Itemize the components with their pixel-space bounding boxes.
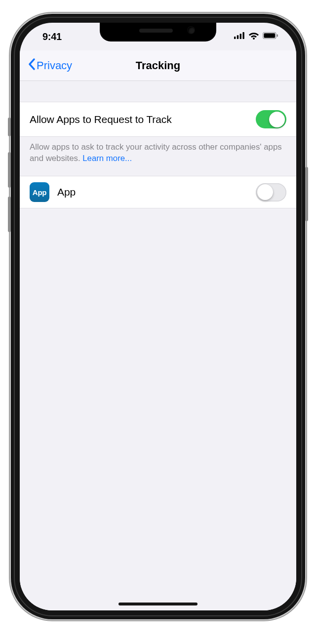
app-name-label: App bbox=[57, 186, 76, 198]
battery-icon bbox=[263, 32, 278, 41]
side-button bbox=[305, 167, 308, 221]
app-tracking-toggle[interactable] bbox=[256, 183, 286, 201]
mute-switch bbox=[8, 118, 11, 136]
notch bbox=[100, 23, 216, 41]
svg-rect-2 bbox=[240, 34, 241, 39]
allow-tracking-footer: Allow apps to ask to track your activity… bbox=[20, 137, 296, 164]
home-indicator[interactable] bbox=[118, 603, 198, 605]
page-title: Tracking bbox=[136, 59, 180, 72]
svg-rect-3 bbox=[242, 32, 244, 39]
screen: 9:41 Privacy Tracking bbox=[20, 23, 296, 610]
back-label: Privacy bbox=[37, 59, 72, 72]
content-area: Allow Apps to Request to Track Allow app… bbox=[20, 81, 296, 610]
cellular-icon bbox=[234, 32, 245, 41]
svg-rect-1 bbox=[237, 35, 238, 39]
allow-tracking-row: Allow Apps to Request to Track bbox=[20, 102, 296, 137]
chevron-left-icon bbox=[28, 58, 36, 73]
allow-tracking-label: Allow Apps to Request to Track bbox=[30, 114, 172, 125]
status-time: 9:41 bbox=[36, 31, 62, 42]
allow-tracking-toggle[interactable] bbox=[256, 110, 286, 128]
volume-up-button bbox=[8, 152, 11, 188]
app-row: App App bbox=[20, 176, 296, 208]
back-button[interactable]: Privacy bbox=[24, 54, 76, 77]
navigation-bar: Privacy Tracking bbox=[20, 50, 296, 81]
volume-down-button bbox=[8, 197, 11, 232]
wifi-icon bbox=[248, 32, 259, 41]
svg-rect-6 bbox=[264, 33, 275, 38]
svg-rect-0 bbox=[234, 37, 236, 39]
svg-point-4 bbox=[253, 38, 255, 40]
learn-more-link[interactable]: Learn more... bbox=[82, 154, 132, 163]
app-icon: App bbox=[30, 182, 49, 202]
svg-rect-7 bbox=[277, 34, 278, 37]
phone-frame: 9:41 Privacy Tracking bbox=[11, 14, 305, 619]
footer-text: Allow apps to ask to track your activity… bbox=[30, 142, 282, 163]
